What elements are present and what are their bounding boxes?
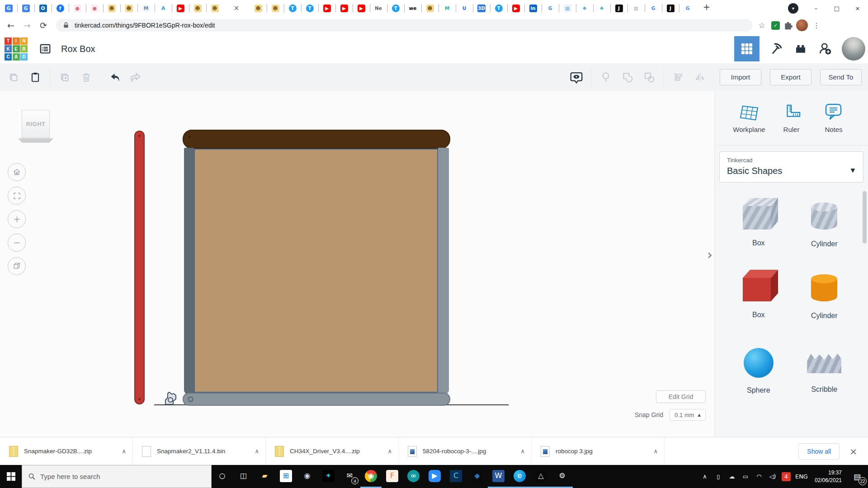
browser-tab[interactable]: U: [456, 0, 473, 16]
taskbar-app[interactable]: ▰: [254, 465, 275, 488]
download-item[interactable]: 58204-robocop-3-....jpg ∧: [399, 437, 532, 465]
import-button[interactable]: Import: [720, 69, 761, 85]
shape-item[interactable]: Scribble: [792, 338, 858, 394]
taskbar-app[interactable]: ○: [212, 465, 233, 488]
downloads-close-icon[interactable]: ×: [849, 446, 857, 457]
viewport-canvas[interactable]: RIGHT: [0, 91, 714, 437]
browser-tab[interactable]: ☻: [250, 0, 267, 16]
close-button[interactable]: ×: [847, 0, 868, 16]
maximize-button[interactable]: □: [826, 0, 847, 16]
brick-export-button[interactable]: [788, 36, 813, 61]
tray-icon[interactable]: ◠: [752, 465, 766, 488]
browser-tab[interactable]: ☻: [120, 0, 137, 16]
zoom-out-button[interactable]: [8, 234, 26, 252]
download-item[interactable]: Snapmaker2_V1.11.4.bin ∧: [133, 437, 266, 465]
minimize-button[interactable]: –: [806, 0, 826, 16]
browser-tab[interactable]: ☻: [206, 0, 223, 16]
tray-icon[interactable]: 4: [779, 465, 793, 488]
design-title[interactable]: Rox Box: [61, 44, 95, 54]
taskbar-app[interactable]: W: [488, 465, 509, 488]
panel-collapse-toggle[interactable]: ›: [707, 248, 712, 262]
browser-tab[interactable]: T: [490, 0, 507, 16]
fit-view-button[interactable]: [8, 187, 26, 205]
browser-tab[interactable]: T: [284, 0, 301, 16]
taskbar-search[interactable]: [22, 465, 212, 488]
tray-icon[interactable]: ∧: [698, 465, 712, 488]
design-menu-button[interactable]: [38, 43, 52, 55]
browser-tab[interactable]: G: [542, 0, 559, 16]
show-all-downloads-button[interactable]: Show all: [798, 443, 840, 460]
export-button[interactable]: Export: [770, 69, 811, 85]
taskbar-clock[interactable]: 19:37 02/06/2021: [815, 465, 842, 488]
blocks-view-button[interactable]: [734, 36, 760, 61]
download-item[interactable]: CH34X_Driver_V3.4....zip ∧: [266, 437, 399, 465]
browser-tab[interactable]: ●: [86, 0, 103, 16]
browser-profile-circle-icon[interactable]: ▾: [788, 3, 798, 14]
taskbar-search-input[interactable]: [40, 473, 189, 480]
taskbar-app[interactable]: ∞: [403, 465, 424, 488]
minecraft-export-button[interactable]: [764, 36, 788, 61]
panel-scrollbar[interactable]: [863, 191, 867, 244]
taskbar-app[interactable]: e: [509, 465, 530, 488]
browser-tab[interactable]: ❖: [576, 0, 593, 16]
active-tab[interactable]: ×: [223, 0, 250, 16]
browser-tab[interactable]: f: [52, 0, 69, 16]
back-button[interactable]: ←: [5, 20, 17, 30]
bookmark-star-icon[interactable]: ☆: [756, 21, 768, 30]
taskbar-app[interactable]: ▶: [424, 465, 445, 488]
reload-button[interactable]: ⟳: [37, 20, 50, 30]
share-invite-button[interactable]: [813, 36, 837, 61]
notes-tool[interactable]: Notes: [815, 102, 853, 133]
browser-tab[interactable]: ▥: [627, 0, 645, 16]
browser-tab[interactable]: 3D: [473, 0, 490, 16]
shape-item[interactable]: Box: [726, 194, 792, 248]
browser-tab[interactable]: A: [155, 0, 172, 16]
new-tab-button[interactable]: +: [700, 0, 713, 14]
notification-center-button[interactable]: ▤ 22: [846, 465, 868, 488]
tray-icon[interactable]: ▯: [712, 465, 725, 488]
chevron-up-icon[interactable]: ∧: [653, 448, 658, 455]
chevron-up-icon[interactable]: ∧: [387, 448, 392, 455]
browser-tab[interactable]: Ne: [370, 0, 387, 16]
hide-selected-button[interactable]: [595, 67, 617, 88]
browser-tab[interactable]: ☻: [267, 0, 284, 16]
model-front-panel[interactable]: [194, 149, 438, 393]
workplane-tool[interactable]: Workplane: [730, 102, 768, 133]
model-bottom-rail[interactable]: [183, 393, 450, 406]
taskbar-app[interactable]: ✉ 4: [339, 465, 360, 488]
taskbar-app[interactable]: ◉: [297, 465, 318, 488]
model-red-capsule[interactable]: [134, 131, 145, 404]
forward-button[interactable]: →: [21, 20, 33, 30]
taskbar-app[interactable]: C: [445, 465, 467, 488]
ruler-tool[interactable]: Ruler: [773, 102, 811, 133]
delete-button[interactable]: [75, 67, 97, 88]
model-right-rail[interactable]: [438, 148, 449, 394]
scribble-doodle[interactable]: [163, 380, 182, 407]
tinkercad-logo[interactable]: T I N K E R C A D: [5, 38, 28, 61]
browser-tab[interactable]: T: [387, 0, 404, 16]
send-to-button[interactable]: Send To: [820, 69, 862, 85]
show-all-toggle-button[interactable]: [566, 67, 587, 88]
model-top-bar[interactable]: [183, 130, 450, 149]
taskbar-app[interactable]: ⊞: [275, 465, 297, 488]
browser-tab[interactable]: ▶: [507, 0, 524, 16]
view-cube[interactable]: RIGHT: [22, 110, 50, 138]
extensions-puzzle-icon[interactable]: [783, 21, 793, 30]
taskbar-app[interactable]: ⚙: [552, 465, 573, 488]
edit-grid-button[interactable]: Edit Grid: [656, 390, 706, 403]
shape-item[interactable]: Cylinder: [792, 194, 858, 248]
browser-tab[interactable]: ▶: [172, 0, 189, 16]
model-left-rail[interactable]: [184, 148, 194, 394]
snap-grid-select[interactable]: 0.1 mm ▲: [670, 409, 706, 421]
browser-tab[interactable]: T: [301, 0, 318, 16]
tray-icon[interactable]: ENG: [793, 465, 810, 488]
browser-tab[interactable]: ▶: [335, 0, 353, 16]
browser-tab[interactable]: J: [610, 0, 627, 16]
browser-tab[interactable]: ☻: [189, 0, 206, 16]
browser-tab[interactable]: G: [645, 0, 662, 16]
shape-item[interactable]: Box: [726, 266, 792, 320]
browser-tab[interactable]: O: [34, 0, 52, 16]
browser-tab[interactable]: ▶: [353, 0, 370, 16]
browser-tab[interactable]: ▶: [318, 0, 335, 16]
redo-button[interactable]: [125, 67, 147, 88]
